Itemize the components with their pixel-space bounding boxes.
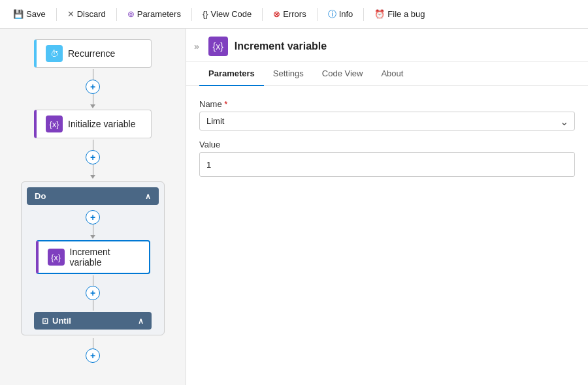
name-select-wrapper: Limit [199,112,575,131]
file-bug-label: File a bug [387,9,425,19]
parameters-form: Name * Limit Value [186,86,588,190]
connector-arrow-1 [90,104,95,108]
increment-variable-node[interactable]: {x} Increment variable [36,240,150,274]
add-button-3[interactable]: + [86,210,100,224]
separator-3 [191,8,192,21]
connector-3: + [86,210,100,239]
panel-icon: {x} [208,37,228,56]
main-layout: ⏱ Recurrence + {x} Initialize variable +… [0,29,588,385]
init-variable-node[interactable]: {x} Initialize variable [34,110,152,138]
do-collapse-icon: ∧ [145,192,151,201]
init-variable-label: Initialize variable [68,119,136,129]
add-button-4[interactable]: + [86,286,100,300]
breadcrumb-arrow: » [194,41,199,52]
name-select[interactable]: Limit [199,112,575,131]
do-label: Do [35,191,46,201]
connector-line-5 [93,338,93,348]
flow-canvas: ⏱ Recurrence + {x} Initialize variable +… [0,29,186,385]
value-field-group: Value [199,140,575,177]
errors-label: Errors [283,9,306,19]
tab-about[interactable]: About [372,62,412,86]
panel-title: Increment variable [235,40,327,52]
connector-line-3 [93,224,93,235]
recurrence-node[interactable]: ⏱ Recurrence [34,39,152,68]
info-icon: ⓘ [328,8,336,20]
save-icon: 💾 [13,9,24,19]
add-button-2[interactable]: + [86,150,100,164]
discard-label: Discard [77,9,106,19]
recurrence-icon: ⏱ [46,45,63,62]
connector-2: + [86,140,100,179]
toolbar: 💾 Save ✕ Discard ⊚ Parameters {} View Co… [0,0,588,29]
do-until-container: Do ∧ + {x} Increment variable + [21,181,165,335]
name-field-label: Name * [199,99,575,109]
until-label: Until [52,316,71,326]
separator-2 [116,8,117,21]
file-bug-icon: ⏰ [374,9,385,19]
connector-5: + [86,338,100,363]
increment-icon: {x} [48,249,65,266]
view-code-label: View Code [211,9,252,19]
save-label: Save [26,9,46,19]
save-button[interactable]: 💾 Save [8,7,51,22]
until-icon: ⊡ [42,316,48,326]
connector-4: + [86,275,100,311]
separator-6 [363,8,364,21]
parameters-label: Parameters [137,9,181,19]
panel-header: » {x} Increment variable [186,29,588,62]
tab-parameters[interactable]: Parameters [199,62,264,86]
errors-button[interactable]: ⊗ Errors [268,7,311,22]
right-panel: » {x} Increment variable Parameters Sett… [186,29,588,385]
name-required-star: * [224,99,227,109]
increment-label: Increment variable [70,247,140,268]
do-header[interactable]: Do ∧ [27,187,159,205]
until-collapse-icon: ∧ [138,316,144,326]
discard-icon: ✕ [67,9,74,19]
parameters-button[interactable]: ⊚ Parameters [122,7,186,22]
connector-arrow-2 [90,175,95,179]
tab-code-view[interactable]: Code View [313,62,372,86]
info-label: Info [339,9,353,19]
until-header[interactable]: ⊡ Until ∧ [34,312,152,330]
connector-line-1 [93,69,93,80]
errors-icon: ⊗ [273,9,280,19]
info-button[interactable]: ⓘ Info [323,6,359,23]
init-variable-icon: {x} [46,116,63,132]
value-field-label: Value [199,140,575,149]
name-label-text: Name [199,99,222,109]
file-bug-button[interactable]: ⏰ File a bug [369,7,430,22]
add-button-5[interactable]: + [86,348,100,363]
name-field-group: Name * Limit [199,99,575,131]
view-code-button[interactable]: {} View Code [197,7,257,22]
recurrence-label: Recurrence [68,48,115,59]
separator-5 [317,8,318,21]
separator-1 [56,8,57,21]
connector-arrow-3 [90,235,95,239]
connector-line-2 [93,140,93,150]
separator-4 [262,8,263,21]
add-button-1[interactable]: + [86,80,100,94]
connector-1: + [86,69,100,108]
connector-line-4 [93,275,93,286]
tabs-bar: Parameters Settings Code View About [186,62,588,86]
parameters-icon: ⊚ [127,9,135,19]
connector-line-4b [93,300,93,311]
connector-line-1b [93,94,93,104]
view-code-icon: {} [203,9,208,19]
connector-line-2b [93,164,93,175]
discard-button[interactable]: ✕ Discard [62,7,111,22]
tab-settings[interactable]: Settings [264,62,313,86]
value-input[interactable] [199,152,575,177]
